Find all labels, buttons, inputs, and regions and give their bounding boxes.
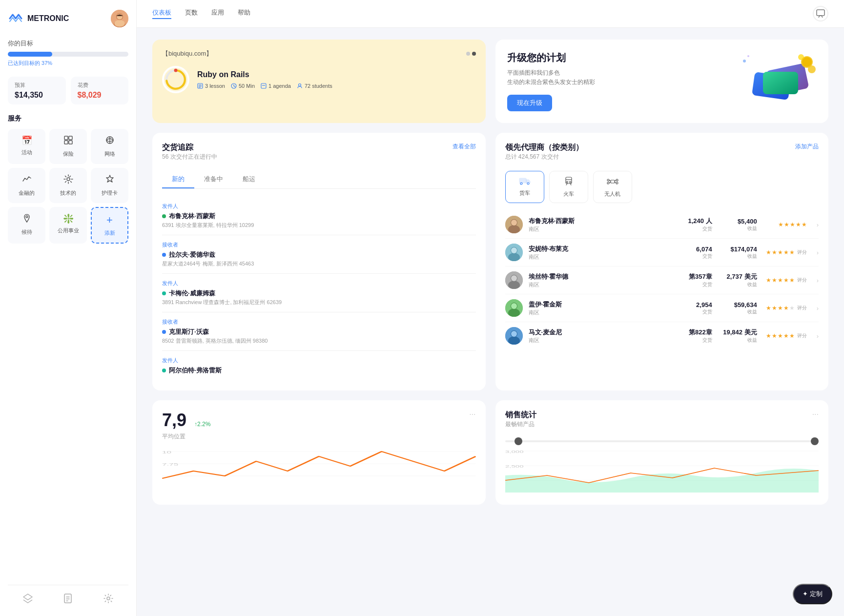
delivery-view-all[interactable]: 查看全部 [453, 143, 476, 151]
service-tech[interactable]: 技术的 [49, 168, 87, 203]
delivery-address: 3891 Ranchview 理查森博士, 加利福尼亚州 62639 [162, 299, 476, 306]
agent-arrow-icon[interactable]: › [817, 221, 819, 228]
area-chart-svg: 3,000 2,500 [505, 446, 819, 495]
service-reception[interactable]: 候待 [8, 207, 45, 244]
service-nursing-label: 护理卡 [102, 189, 118, 197]
cat-tab-train[interactable]: 火车 [549, 171, 588, 203]
service-activity[interactable]: 📅 活动 [8, 129, 45, 164]
svg-rect-8 [69, 141, 72, 144]
upgrade-svg [739, 52, 817, 111]
add-icon: + [106, 214, 113, 226]
svg-point-53 [607, 179, 609, 181]
top-navigation: 仪表板 页数 应用 帮助 [137, 0, 844, 28]
layers-icon[interactable] [22, 593, 33, 606]
services-label: 服务 [8, 114, 128, 123]
svg-text:10: 10 [162, 450, 171, 454]
agent-row: 埃丝特·霍华德 南区 第357章 交货 2,737 美元 收益 ★★★★★ 评分 [505, 267, 819, 294]
delivery-name: 克里斯汀·沃森 [162, 328, 476, 336]
tab-preparing[interactable]: 准备中 [194, 171, 233, 188]
agent-arrow-icon[interactable]: › [817, 249, 819, 256]
train-label: 火车 [563, 190, 574, 198]
nav-help[interactable]: 帮助 [238, 8, 250, 19]
agent-name: 布鲁克林·西蒙斯 [529, 217, 672, 226]
agent-info: 安妮特·布莱克 南区 [529, 245, 672, 261]
delivery-name: 阿尔伯特·弗洛雷斯 [162, 366, 476, 375]
logo-icon [8, 13, 23, 24]
course-content: Ruby on Rails 3 lesson 50 Min 1 agend [162, 66, 476, 93]
agent-transactions: 6,074 交货 [678, 246, 712, 260]
progress-ring [164, 66, 187, 93]
dot-active [472, 52, 476, 56]
service-network[interactable]: 网络 [91, 129, 128, 164]
progress-fill [8, 52, 52, 57]
svg-point-37 [808, 65, 816, 73]
svg-text:3,000: 3,000 [505, 450, 524, 454]
agent-row: 盖伊·霍金斯 南区 2,954 交货 $59,634 收益 ★★★★★ 评分 [505, 294, 819, 322]
svg-rect-18 [817, 10, 824, 16]
drone-label: 无人机 [604, 190, 620, 198]
agent-row: 布鲁克林·西蒙斯 南区 1,240 人 交货 $5,400 收益 ★★★★★ › [505, 211, 819, 239]
upgrade-content: 升级您的计划 平面插图和我们多色生动的未混合紫色头发女士的精彩 现在升级 [507, 51, 739, 111]
agents-title: 领先代理商（按类别） [505, 143, 583, 153]
delivery-items: 发件人 布鲁克林·西蒙斯 6391 埃尔全量塞莱斯, 特拉华州 10299 接收… [162, 197, 476, 381]
service-add[interactable]: + 添新 [91, 207, 128, 244]
tab-new[interactable]: 新的 [162, 171, 194, 188]
service-nursing[interactable]: 护理卡 [91, 168, 128, 203]
cat-tab-drone[interactable]: 无人机 [593, 171, 632, 203]
svg-rect-5 [64, 136, 68, 140]
service-insurance[interactable]: 保险 [49, 129, 87, 164]
add-product-button[interactable]: 添加产品 [795, 143, 819, 151]
sales-chart: 3,000 2,500 [505, 446, 819, 495]
svg-point-11 [67, 178, 70, 181]
stats-more-icon[interactable]: ··· [469, 410, 475, 419]
service-finance[interactable]: 金融的 [8, 168, 45, 203]
finance-icon [22, 174, 32, 186]
line-chart-svg: 10 7.75 [162, 447, 476, 486]
customize-button[interactable]: ✦ 定制 [793, 584, 832, 604]
agent-info: 马文·麦金尼 南区 [529, 328, 672, 344]
upgrade-button[interactable]: 现在升级 [507, 95, 552, 111]
course-lessons: 3 lesson [197, 83, 225, 89]
stat-value: 7,9 [162, 410, 186, 431]
course-card: 【biqubiqu.com】 Ruby on Rails [152, 40, 486, 123]
svg-rect-7 [64, 141, 68, 144]
svg-point-72 [511, 303, 517, 309]
agent-region: 南区 [529, 281, 672, 288]
nav-dashboard[interactable]: 仪表板 [152, 8, 171, 19]
delivery-item: 发件人 阿尔伯特·弗洛雷斯 [162, 351, 476, 381]
agent-arrow-icon[interactable]: › [817, 277, 819, 284]
agent-arrow-icon[interactable]: › [817, 305, 819, 312]
range-thumb-right[interactable] [811, 437, 819, 445]
tab-shipping[interactable]: 船运 [233, 171, 265, 188]
delivery-name: 拉尔夫·爱德华兹 [162, 250, 476, 259]
chat-icon[interactable] [813, 6, 828, 21]
dot-inactive [466, 52, 470, 56]
agent-revenue: $174,074 收益 [718, 246, 757, 260]
agent-rating: ★★★★★ 评分 [763, 332, 807, 339]
sales-subtitle: 最畅销产品 [505, 420, 536, 429]
agent-arrow-icon[interactable]: › [817, 332, 819, 340]
svg-line-28 [234, 86, 235, 87]
delivery-item: 接收者 拉尔夫·爱德华兹 星家大道2464号 梅斯, 新泽西州 45463 [162, 235, 476, 274]
upgrade-illustration [739, 52, 817, 111]
svg-point-56 [616, 182, 618, 184]
service-public[interactable]: ❇️ 公用事业 [49, 207, 87, 244]
nav-apps[interactable]: 应用 [211, 8, 224, 19]
range-thumb-left[interactable] [515, 437, 522, 445]
settings-icon[interactable] [103, 593, 114, 606]
logo: METRONIC [8, 13, 69, 24]
expense-card: 花费 $8,029 [71, 77, 129, 104]
agent-revenue: $59,634 收益 [718, 301, 757, 315]
file-icon[interactable] [62, 593, 73, 606]
svg-point-68 [511, 275, 517, 281]
nav-right [813, 6, 828, 21]
svg-point-46 [569, 182, 571, 183]
range-slider-container [505, 440, 819, 442]
train-icon [564, 176, 574, 188]
agent-revenue: 19,842 美元 收益 [718, 328, 757, 344]
sales-more-icon[interactable]: ··· [812, 410, 819, 419]
nav-pages[interactable]: 页数 [185, 8, 198, 19]
budget-row: 预算 $14,350 花费 $8,029 [8, 77, 128, 104]
cat-tab-truck[interactable]: 货车 [505, 171, 544, 203]
course-url: 【biqubiqu.com】 [162, 49, 212, 58]
